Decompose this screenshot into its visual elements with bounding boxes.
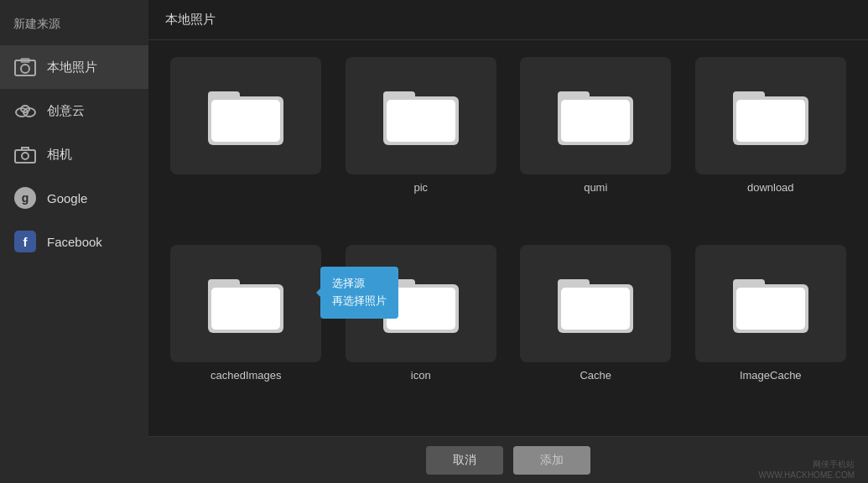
folder-thumb[interactable]: [346, 57, 496, 174]
svg-rect-10: [211, 100, 280, 142]
add-button[interactable]: 添加: [513, 446, 590, 475]
sidebar-header: 新建来源: [0, 7, 148, 45]
sidebar-item-local-photos[interactable]: 本地照片: [0, 45, 148, 89]
sidebar-item-label: 本地照片: [47, 60, 97, 75]
tooltip-line1: 选择源: [332, 275, 387, 293]
list-item[interactable]: 选择源 再选择照片: [165, 57, 327, 231]
sidebar-item-label: 相机: [47, 147, 72, 163]
list-item[interactable]: download: [690, 57, 852, 231]
photo-icon: [13, 55, 37, 79]
svg-rect-31: [736, 288, 805, 330]
svg-point-2: [21, 65, 29, 73]
folder-thumb[interactable]: [695, 245, 846, 362]
list-item[interactable]: cachedImages: [165, 245, 327, 419]
folder-thumb[interactable]: [520, 245, 671, 362]
folder-name: Cache: [580, 369, 611, 382]
sidebar-item-creative-cloud[interactable]: 创意云: [0, 89, 148, 132]
sidebar-item-label: Facebook: [47, 235, 102, 249]
folder-thumb[interactable]: [170, 245, 321, 362]
list-item[interactable]: Cache: [515, 245, 677, 419]
folder-name: cachedImages: [211, 369, 282, 382]
folder-name: download: [747, 181, 794, 194]
folder-thumb[interactable]: [695, 57, 846, 174]
google-icon: g: [13, 186, 37, 210]
list-item[interactable]: pic: [340, 57, 502, 231]
sidebar-item-facebook[interactable]: f Facebook: [0, 220, 148, 263]
folder-thumb[interactable]: [170, 57, 321, 174]
watermark-line1: 网侠手机站: [759, 459, 855, 470]
watermark-line2: WWW.HACKHOME.COM: [759, 470, 855, 480]
folder-grid: 选择源 再选择照片 pic: [148, 40, 868, 436]
cancel-button[interactable]: 取消: [426, 446, 503, 475]
facebook-icon: f: [13, 230, 37, 253]
list-item[interactable]: ImageCache: [690, 245, 852, 419]
sidebar-item-camera[interactable]: 相机: [0, 132, 148, 176]
folder-name: icon: [411, 369, 431, 382]
list-item[interactable]: qumi: [515, 57, 677, 231]
folder-name: qumi: [584, 181, 607, 194]
bottom-bar: 取消 添加 网侠手机站 WWW.HACKHOME.COM: [148, 436, 868, 483]
folder-thumb[interactable]: [520, 57, 671, 174]
sidebar-item-label: 创意云: [47, 103, 85, 119]
sidebar: 新建来源 本地照片 创意云: [0, 0, 148, 483]
main-title: 本地照片: [148, 0, 868, 40]
svg-point-7: [22, 153, 29, 159]
tooltip: 选择源 再选择照片: [320, 267, 398, 319]
tooltip-line2: 再选择照片: [332, 293, 387, 310]
watermark: 网侠手机站 WWW.HACKHOME.COM: [759, 459, 855, 480]
svg-rect-28: [561, 288, 630, 330]
camera-icon: [13, 143, 37, 166]
folder-name: ImageCache: [740, 369, 802, 382]
svg-rect-19: [736, 100, 805, 142]
svg-rect-13: [387, 100, 455, 142]
sidebar-item-label: Google: [47, 191, 87, 205]
sidebar-item-google[interactable]: g Google: [0, 176, 148, 220]
svg-rect-16: [561, 100, 630, 142]
svg-rect-22: [211, 288, 280, 330]
creative-cloud-icon: [13, 99, 37, 122]
folder-name: pic: [413, 181, 428, 194]
main-content: 本地照片 选择源 再选择照片: [148, 0, 868, 483]
